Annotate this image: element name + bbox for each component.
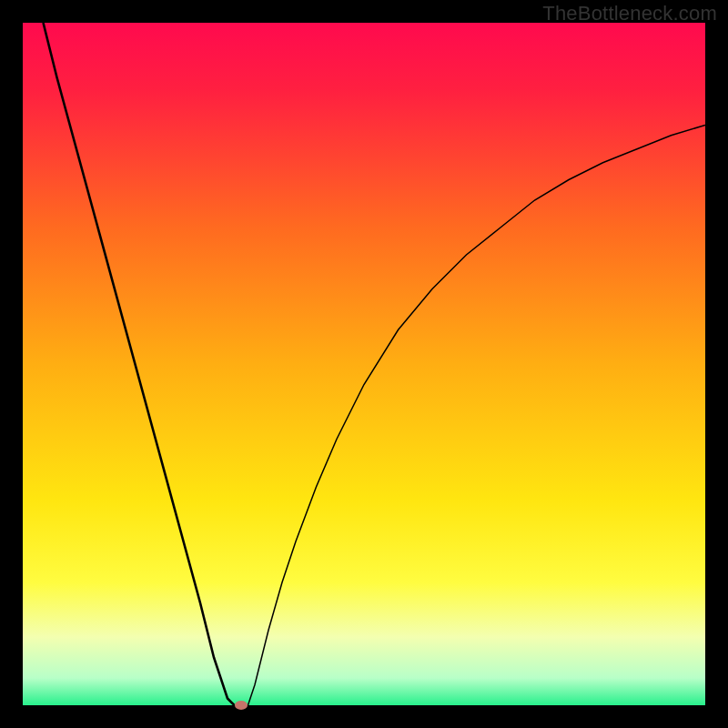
attribution-text: TheBottleneck.com — [542, 2, 717, 25]
minimum-marker — [235, 701, 248, 710]
plot-area — [23, 23, 705, 705]
bottleneck-curve — [23, 23, 705, 705]
left-branch — [44, 23, 235, 705]
right-branch — [248, 126, 706, 706]
chart-frame: TheBottleneck.com — [0, 0, 728, 728]
